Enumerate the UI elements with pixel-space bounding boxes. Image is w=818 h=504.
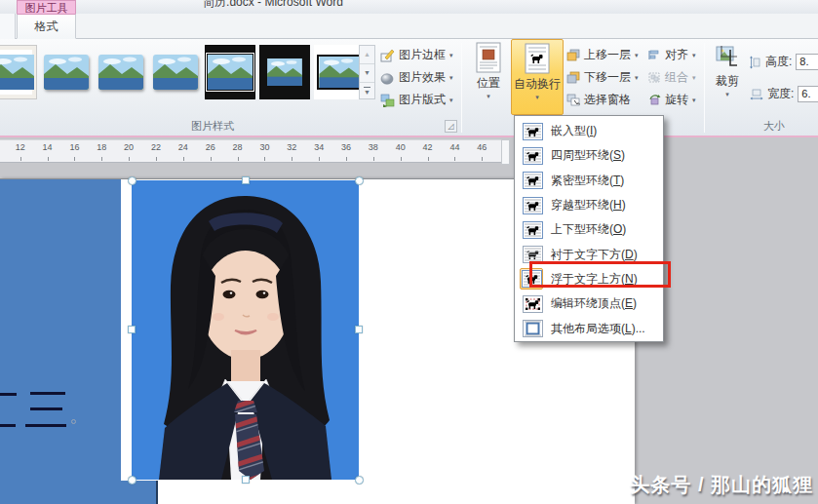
picture-border-button[interactable]: 图片边框▾	[380, 47, 453, 63]
gallery-down-icon[interactable]: ▼	[360, 64, 374, 83]
menu-item-wrap-inline[interactable]: 嵌入型(I)	[515, 119, 663, 143]
ruler-tick	[292, 157, 292, 161]
position-icon	[476, 42, 501, 73]
ribbon-tab-row: 格式	[0, 14, 818, 39]
ruler-tick	[48, 157, 49, 161]
rotate-button[interactable]: 旋转▾	[647, 92, 696, 108]
resize-handle-bottom-center[interactable]	[242, 476, 250, 484]
tab-format[interactable]: 格式	[17, 14, 76, 39]
menu-item-label: 穿越型环绕(H)	[551, 197, 626, 213]
menu-item-wrap-topbottom[interactable]: 上下型环绕(O)	[515, 217, 663, 242]
previous-tab-edge	[0, 14, 16, 39]
ruler-tick	[482, 157, 483, 161]
align-button[interactable]: 对齐▾	[647, 47, 696, 63]
resize-handle-bottom-left[interactable]	[128, 476, 136, 485]
ribbon: ▲ ▼ ▼ 图片边框▾ 图片效果▾ 图片版式▾ 图片样式 ◿ 位置 ▾	[0, 39, 818, 137]
resize-handle-top-center[interactable]	[242, 176, 250, 184]
menu-item-wrap-square[interactable]: 四周型环绕(S)	[515, 143, 663, 168]
resize-handle-top-right[interactable]	[355, 176, 364, 185]
id-photo-image[interactable]	[132, 180, 359, 480]
placeholder-line	[25, 424, 66, 427]
picture-styles-dialog-launcher-icon[interactable]: ◿	[445, 120, 457, 133]
picture-style-soft-edge-3[interactable]	[150, 45, 201, 99]
wrap-text-icon	[525, 43, 550, 74]
picture-layout-button[interactable]: 图片版式▾	[380, 92, 453, 108]
picture-styles-group-label: 图片样式	[191, 119, 234, 134]
ruler-tick	[454, 157, 455, 161]
menu-item-more-options[interactable]: 其他布局选项(L)...	[515, 316, 663, 340]
align-icon	[647, 49, 661, 61]
send-backward-icon	[566, 71, 580, 84]
document-title: 简历.docx - Microsoft Word	[0, 0, 546, 11]
wrap-square-icon	[520, 147, 545, 165]
ruler-number: 12	[16, 142, 25, 152]
ruler-number: 26	[206, 142, 215, 152]
wrap-tight-icon	[520, 172, 545, 189]
width-input[interactable]: 6.	[798, 86, 818, 102]
wrap-through-icon	[520, 197, 545, 214]
rotate-icon	[647, 94, 661, 106]
selection-pane-button[interactable]: 选择窗格	[566, 92, 631, 108]
crop-button[interactable]: 裁剪 ▾	[708, 44, 747, 114]
gallery-more-icon[interactable]: ▼	[360, 83, 374, 101]
ruler-number: 18	[97, 142, 106, 152]
ruler-number: 16	[69, 142, 79, 152]
picture-tools-contextual-tab[interactable]: 图片工具	[17, 0, 76, 14]
picture-style-frame-black[interactable]	[259, 45, 310, 99]
send-backward-button[interactable]: 下移一层▾	[566, 69, 639, 86]
gallery-up-icon[interactable]: ▲	[360, 46, 374, 64]
placeholder-mark	[71, 419, 76, 424]
menu-item-label: 紧密型环绕(T)	[551, 173, 624, 189]
menu-item-label: 嵌入型(I)	[551, 123, 597, 139]
ruler-number: 38	[369, 142, 378, 152]
ruler-tick	[428, 157, 429, 161]
placeholder-line	[0, 393, 17, 396]
horizontal-ruler[interactable]: 121416182022242628303234363840424446	[0, 139, 501, 163]
wrap-text-button[interactable]: 自动换行 ▾	[511, 39, 564, 115]
group-separator	[704, 43, 705, 133]
ruler-number: 42	[423, 142, 433, 152]
resize-handle-bottom-right[interactable]	[355, 476, 364, 485]
ruler-tick	[74, 157, 75, 161]
menu-item-wrap-through[interactable]: 穿越型环绕(H)	[515, 193, 663, 217]
picture-style-soft-edge-2[interactable]	[96, 45, 146, 99]
picture-style-simple-frame-black[interactable]	[314, 45, 365, 99]
picture-effects-button[interactable]: 图片效果▾	[380, 69, 453, 86]
bring-forward-button[interactable]: 上移一层▾	[566, 47, 639, 63]
ruler-tick	[319, 157, 320, 161]
ruler-number: 44	[449, 142, 459, 152]
wrap-text-dropdown-menu: 嵌入型(I)四周型环绕(S)紧密型环绕(T)穿越型环绕(H)上下型环绕(O)衬于…	[514, 115, 664, 342]
word-window: 简历.docx - Microsoft Word 图片工具 格式 ▲ ▼ ▼ 图…	[0, 0, 818, 504]
position-button[interactable]: 位置 ▾	[466, 42, 511, 115]
menu-item-wrap-tight[interactable]: 紧密型环绕(T)	[515, 169, 663, 193]
ruler-number: 24	[178, 142, 188, 152]
resume-sidebar-panel	[0, 179, 121, 504]
picture-border-icon	[380, 49, 395, 62]
picture-style-metal-frame-black[interactable]	[205, 45, 255, 99]
menu-item-label: 编辑环绕顶点(E)	[551, 295, 637, 312]
resize-handle-middle-right[interactable]	[355, 326, 363, 333]
height-input[interactable]: 8.	[796, 54, 818, 70]
gallery-scrollbar[interactable]: ▲ ▼ ▼	[359, 45, 375, 99]
ruler-number: 30	[259, 142, 269, 152]
resize-handle-middle-left[interactable]	[128, 326, 136, 333]
ruler-tick	[211, 157, 212, 161]
resize-handle-top-left[interactable]	[128, 176, 136, 185]
ruler-number: 32	[287, 142, 296, 152]
ruler-number: 14	[43, 142, 53, 152]
ruler-number: 28	[233, 142, 243, 152]
group-icon	[647, 71, 661, 84]
group-button[interactable]: 组合▾	[647, 69, 696, 86]
ruler-number: 40	[396, 142, 406, 152]
menu-item-edit-points[interactable]: 编辑环绕顶点(E)	[515, 291, 663, 316]
ruler-number: 36	[341, 142, 351, 152]
menu-item-label: 上下型环绕(O)	[551, 221, 626, 238]
portrait-photo	[132, 180, 359, 480]
width-icon	[750, 89, 763, 100]
ruler-tick	[20, 157, 21, 161]
menu-item-label: 四周型环绕(S)	[551, 147, 625, 164]
placeholder-line	[30, 407, 62, 410]
ruler-number: 20	[124, 142, 134, 152]
picture-style-simple-frame-white[interactable]	[0, 45, 37, 99]
picture-style-soft-edge-1[interactable]	[41, 45, 92, 99]
